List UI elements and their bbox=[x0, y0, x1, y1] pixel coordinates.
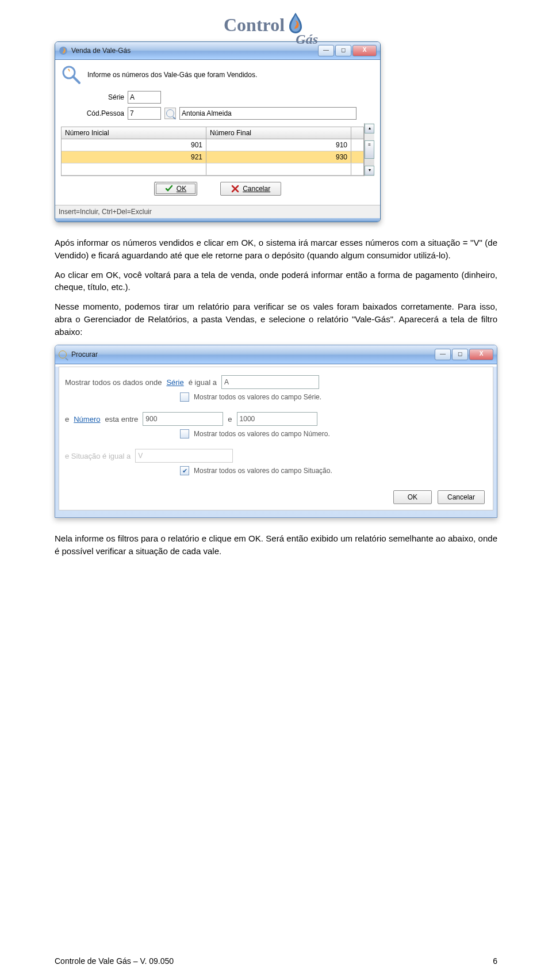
minimize-button[interactable]: — bbox=[318, 45, 334, 56]
ok-button[interactable]: OK bbox=[393, 490, 432, 504]
footer-page-number: 6 bbox=[493, 956, 497, 966]
pessoa-nome-input[interactable]: Antonia Almeida bbox=[179, 107, 356, 120]
paragraph: Após informar os números vendidos e clic… bbox=[55, 237, 497, 262]
window-venda-vale-gas: Venda de Vale-Gás — ◻ X Informe os númer… bbox=[55, 41, 381, 222]
close-button[interactable]: X bbox=[352, 45, 377, 56]
filter-field-numero[interactable]: Número bbox=[74, 415, 100, 424]
cell-ini: 901 bbox=[62, 139, 206, 151]
cancel-label: Cancelar bbox=[447, 493, 475, 501]
filter-field-serie[interactable]: Série bbox=[166, 378, 183, 387]
checkbox-numero-all[interactable] bbox=[180, 429, 189, 438]
close-icon bbox=[231, 185, 239, 193]
checkbox-serie-all[interactable] bbox=[180, 392, 189, 402]
situacao-filter-input: V bbox=[135, 449, 233, 463]
filter-text-pre: Mostrar todos os dados onde bbox=[65, 378, 162, 387]
titlebar[interactable]: Venda de Vale-Gás — ◻ X bbox=[55, 42, 380, 60]
maximize-button[interactable]: ◻ bbox=[335, 45, 351, 56]
check-icon bbox=[165, 185, 173, 193]
cell-ini: 921 bbox=[62, 151, 206, 163]
col-numero-inicial[interactable]: Número Inicial bbox=[62, 127, 206, 139]
window-procurar: Procurar — ◻ X Mostrar todos os dados on… bbox=[55, 345, 497, 518]
codpessoa-input[interactable]: 7 bbox=[128, 107, 161, 120]
dialog-icon bbox=[61, 64, 82, 85]
minimize-button[interactable]: — bbox=[435, 349, 451, 360]
filter-text-e: e bbox=[228, 415, 232, 424]
serie-label: Série bbox=[84, 93, 124, 101]
checkbox-situacao-all[interactable]: ✔ bbox=[180, 466, 189, 475]
paragraph: Nesse momento, podemos tirar um relatóri… bbox=[55, 300, 497, 338]
ok-label: OK bbox=[177, 185, 186, 193]
checkbox-label: Mostrar todos os valores do campo Situaç… bbox=[194, 467, 332, 475]
logo: Control Gás bbox=[55, 12, 497, 36]
paragraph: Nela informe os filtros para o relatório… bbox=[55, 532, 497, 558]
cancel-button[interactable]: Cancelar bbox=[220, 182, 281, 196]
svg-line-2 bbox=[73, 77, 79, 83]
scrollbar[interactable]: ▴ ≡ ▾ bbox=[364, 123, 374, 176]
close-button[interactable]: X bbox=[469, 349, 493, 360]
filter-text-pre: e bbox=[65, 415, 69, 424]
scroll-thumb[interactable]: ≡ bbox=[365, 140, 374, 159]
table-row[interactable]: 901 910 bbox=[62, 139, 363, 151]
scroll-up-icon[interactable]: ▴ bbox=[365, 124, 374, 134]
logo-text-1: Control bbox=[224, 14, 285, 35]
col-numero-final[interactable]: Número Final bbox=[206, 127, 351, 139]
cancel-button[interactable]: Cancelar bbox=[438, 490, 485, 504]
scroll-down-icon[interactable]: ▾ bbox=[365, 166, 374, 176]
table-row[interactable]: 921 930 bbox=[62, 151, 363, 163]
window-title: Venda de Vale-Gás bbox=[71, 47, 131, 55]
flame-drop-icon bbox=[287, 12, 304, 35]
lookup-button[interactable] bbox=[164, 108, 176, 119]
procurar-title: Procurar bbox=[71, 350, 98, 359]
cell-fim: 930 bbox=[206, 151, 351, 163]
maximize-button[interactable]: ◻ bbox=[452, 349, 468, 360]
cell-fim: 910 bbox=[206, 139, 351, 151]
statusbar: Insert=Incluir, Ctrl+Del=Excluir bbox=[55, 205, 380, 218]
ok-button[interactable]: OK bbox=[154, 182, 197, 196]
numero-to-input[interactable]: 1000 bbox=[237, 412, 317, 426]
window-frame-bottom bbox=[55, 218, 380, 222]
dialog-info: Informe os números dos Vale-Gás que fora… bbox=[87, 71, 257, 79]
filter-text-mid: esta entre bbox=[105, 415, 138, 424]
search-icon bbox=[59, 350, 67, 359]
logo-text-2: Gás bbox=[296, 32, 318, 47]
table-row[interactable] bbox=[62, 163, 363, 176]
ok-label: OK bbox=[408, 493, 417, 501]
serie-filter-input[interactable]: A bbox=[221, 375, 319, 389]
serie-input[interactable]: A bbox=[128, 91, 161, 104]
search-icon bbox=[166, 109, 174, 117]
paragraph: Ao clicar em OK, você voltará para a tel… bbox=[55, 269, 497, 294]
filter-text-mid: é igual a bbox=[189, 378, 217, 387]
codpessoa-label: Cód.Pessoa bbox=[84, 109, 124, 117]
footer-left: Controle de Vale Gás – V. 09.050 bbox=[55, 956, 174, 966]
checkbox-label: Mostrar todos os valores do campo Série. bbox=[194, 393, 321, 401]
numero-from-input[interactable]: 900 bbox=[143, 412, 223, 426]
app-icon bbox=[59, 46, 68, 55]
checkbox-label: Mostrar todos os valores do campo Número… bbox=[194, 430, 330, 438]
cancel-label: Cancelar bbox=[243, 185, 270, 193]
filter-text-disabled: e Situação é igual a bbox=[65, 452, 131, 460]
